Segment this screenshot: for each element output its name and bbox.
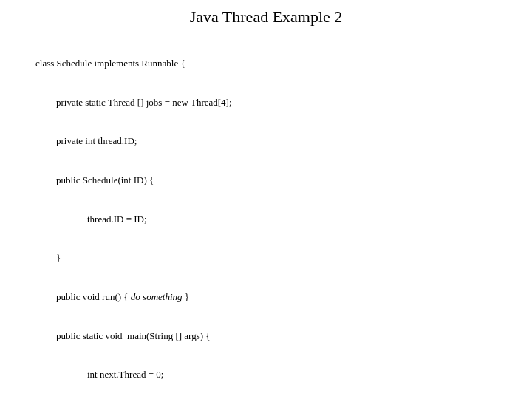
code-line: public static void main(String [] args) … bbox=[35, 330, 497, 343]
code-line: public void run() { do something } bbox=[35, 290, 497, 304]
code-block: class Schedule implements Runnable { pri… bbox=[35, 31, 497, 399]
code-text: } bbox=[183, 291, 190, 302]
code-line: thread.ID = ID; bbox=[35, 213, 497, 226]
slide-title: Java Thread Example 2 bbox=[35, 7, 497, 27]
code-line: private static Thread [] jobs = new Thre… bbox=[35, 96, 497, 109]
code-italic: do something bbox=[131, 291, 183, 302]
code-line: class Schedule implements Runnable { bbox=[35, 57, 497, 70]
code-line: public Schedule(int ID) { bbox=[35, 174, 497, 187]
code-text: public void run() { bbox=[56, 291, 131, 302]
code-line: private int thread.ID; bbox=[35, 134, 497, 148]
code-line: int next.Thread = 0; bbox=[35, 368, 497, 381]
code-line: } bbox=[35, 251, 497, 265]
